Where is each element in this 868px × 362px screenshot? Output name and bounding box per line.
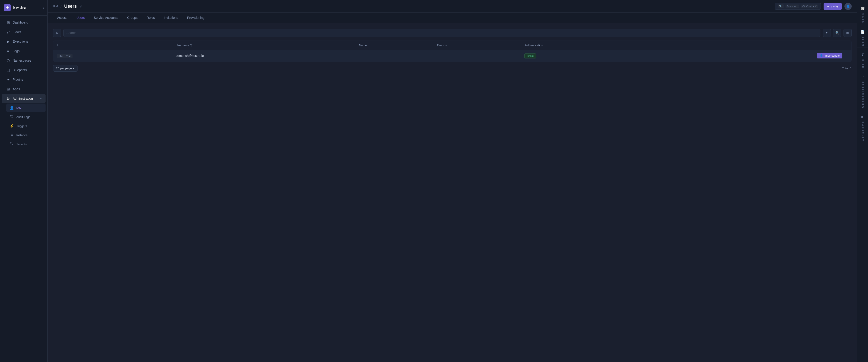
jump-to-label: Jump to... — [785, 4, 799, 8]
search-bar — [63, 29, 820, 37]
search-input[interactable] — [66, 31, 817, 35]
sort-id-button[interactable]: Id ↕ — [57, 43, 62, 47]
col-username-label: Username — [176, 43, 189, 47]
invite-button[interactable]: + Invite — [824, 3, 842, 10]
sidebar-item-triggers[interactable]: ⚡ Triggers — [6, 122, 45, 130]
sidebar-item-label: Blueprints — [13, 68, 41, 72]
page-content: ↻ ▾ 🔍 ⊞ Id ↕ — [48, 23, 857, 362]
administration-icon: ⚙ — [6, 96, 10, 101]
cell-id: 2GQlLvQe — [53, 50, 172, 62]
invite-label: Invite — [831, 4, 838, 8]
cell-username: aemerich@kestra.io — [172, 50, 355, 62]
sidebar-item-dashboard[interactable]: ⊞ Dashboard — [2, 18, 45, 27]
tab-roles[interactable]: Roles — [143, 13, 159, 23]
total-count: Total: 1 — [842, 67, 852, 70]
get-demo-button[interactable]: ▶ — [859, 112, 867, 121]
col-auth-label: Authentication — [524, 43, 543, 47]
search-dropdown-button[interactable]: ▾ — [823, 29, 831, 37]
sidebar: ✦ kestra ‹ ⊞ Dashboard ⇄ Flows ▶ Executi… — [0, 0, 48, 362]
tab-groups[interactable]: Groups — [123, 13, 142, 23]
column-id: Id ↕ — [53, 41, 172, 50]
news-button[interactable]: 📰 — [859, 4, 867, 13]
sidebar-item-label: Executions — [13, 40, 41, 43]
sidebar-item-logs[interactable]: ≡ Logs — [2, 46, 45, 56]
apps-icon: ⊞ — [6, 87, 10, 91]
jump-to-button[interactable]: 🔍 Jump to... Ctrl/Cmd + K — [775, 3, 821, 10]
tab-provisioning-label: Provisioning — [187, 16, 205, 20]
right-section-get-demo: ▶ G e t a d e m o — [857, 111, 868, 143]
tab-users-label: Users — [76, 16, 85, 20]
per-page-select[interactable]: 25 per page ▾ — [53, 65, 78, 72]
search-filter-button[interactable]: 🔍 — [833, 29, 841, 37]
right-section-news: 📰 N e w s — [857, 3, 868, 25]
page-header: IAM / Users ☆ 🔍 Jump to... Ctrl/Cmd + K … — [48, 0, 857, 13]
audit-logs-icon: 🛡 — [9, 114, 14, 119]
sidebar-item-label: Instance — [16, 133, 42, 137]
tab-users[interactable]: Users — [72, 13, 89, 23]
sidebar-sub-menu: 👤 IAM 🛡 Audit Logs ⚡ Triggers 🖥 Instance… — [4, 103, 48, 149]
favorite-button[interactable]: ☆ — [80, 4, 83, 8]
tab-access-label: Access — [57, 16, 67, 20]
sidebar-item-executions[interactable]: ▶ Executions — [2, 37, 45, 46]
tab-access[interactable]: Access — [53, 13, 71, 23]
right-sidebar: 📰 N e w s 📄 D o c s ? H e l p ⚐ O p e n … — [857, 0, 868, 362]
pagination: 25 per page ▾ Total: 1 — [53, 65, 852, 72]
sidebar-item-label: Flows — [13, 30, 41, 34]
page-title: Users — [64, 4, 77, 9]
sidebar-item-label: Triggers — [16, 124, 42, 128]
sidebar-item-apps[interactable]: ⊞ Apps — [2, 85, 45, 94]
column-groups: Groups — [433, 41, 521, 50]
sidebar-item-iam[interactable]: 👤 IAM — [6, 103, 45, 112]
sort-asc-icon: ⇅ — [190, 43, 193, 47]
sidebar-item-flows[interactable]: ⇄ Flows — [2, 27, 45, 36]
instance-icon: 🖥 — [9, 133, 14, 137]
right-section-docs: 📄 D o c s — [857, 26, 868, 48]
tab-groups-label: Groups — [127, 16, 137, 20]
col-groups-label: Groups — [437, 43, 447, 47]
open-issue-button[interactable]: ⚐ — [859, 73, 867, 81]
sidebar-item-blueprints[interactable]: ◫ Blueprints — [2, 65, 45, 74]
keyboard-shortcut: Ctrl/Cmd + K — [801, 4, 818, 8]
tab-roles-label: Roles — [147, 16, 155, 20]
per-page-label: 25 per page — [56, 67, 72, 70]
column-authentication: Authentication — [521, 41, 655, 50]
tab-service-accounts[interactable]: Service Accounts — [90, 13, 122, 23]
table-header-row: Id ↕ Username ⇅ Name Groups — [53, 41, 852, 50]
grid-view-button[interactable]: ⊞ — [843, 29, 852, 37]
iam-icon: 👤 — [9, 105, 14, 110]
chevron-down-icon: ▾ — [40, 97, 41, 100]
tab-provisioning[interactable]: Provisioning — [183, 13, 209, 23]
docs-label: D o c s — [861, 36, 864, 46]
user-avatar[interactable]: 👤 — [844, 3, 852, 10]
sidebar-logo: ✦ kestra ‹ — [0, 0, 48, 15]
help-button[interactable]: ? — [859, 51, 867, 59]
auth-badge: Basic — [524, 54, 536, 59]
logo-icon: ✦ — [4, 4, 11, 11]
tab-service-accounts-label: Service Accounts — [94, 16, 118, 20]
logo-text: kestra — [13, 5, 27, 10]
sidebar-item-label: Apps — [13, 87, 41, 91]
column-actions — [655, 41, 852, 50]
sidebar-nav: ⊞ Dashboard ⇄ Flows ▶ Executions ≡ Logs … — [0, 15, 48, 362]
tab-invitations[interactable]: Invitations — [160, 13, 182, 23]
sidebar-item-plugins[interactable]: ✦ Plugins — [2, 75, 45, 84]
sidebar-item-label: Audit Logs — [16, 115, 42, 119]
sidebar-item-audit-logs[interactable]: 🛡 Audit Logs — [6, 112, 45, 121]
toolbar: ↻ ▾ 🔍 ⊞ — [53, 29, 852, 37]
sidebar-item-namespaces[interactable]: ⬡ Namespaces — [2, 56, 45, 65]
sidebar-item-label: Administration — [13, 97, 38, 100]
sidebar-item-label: Plugins — [13, 78, 41, 81]
row-menu-button[interactable]: ⋮ — [844, 54, 848, 58]
docs-button[interactable]: 📄 — [859, 28, 867, 36]
breadcrumb-separator: / — [61, 4, 61, 8]
sidebar-item-tenants[interactable]: 🛡 Tenants — [6, 140, 45, 149]
impersonate-button[interactable]: 👤 Impersonate — [817, 53, 842, 59]
sort-username-button[interactable]: Username ⇅ — [176, 43, 193, 47]
breadcrumb: IAM — [53, 5, 58, 8]
sidebar-collapse-button[interactable]: ‹ — [42, 6, 44, 10]
sidebar-item-instance[interactable]: 🖥 Instance — [6, 131, 45, 139]
executions-icon: ▶ — [6, 39, 10, 44]
sidebar-item-administration[interactable]: ⚙ Administration ▾ — [2, 94, 45, 103]
cell-authentication: Basic — [521, 50, 655, 62]
refresh-button[interactable]: ↻ — [53, 29, 61, 37]
